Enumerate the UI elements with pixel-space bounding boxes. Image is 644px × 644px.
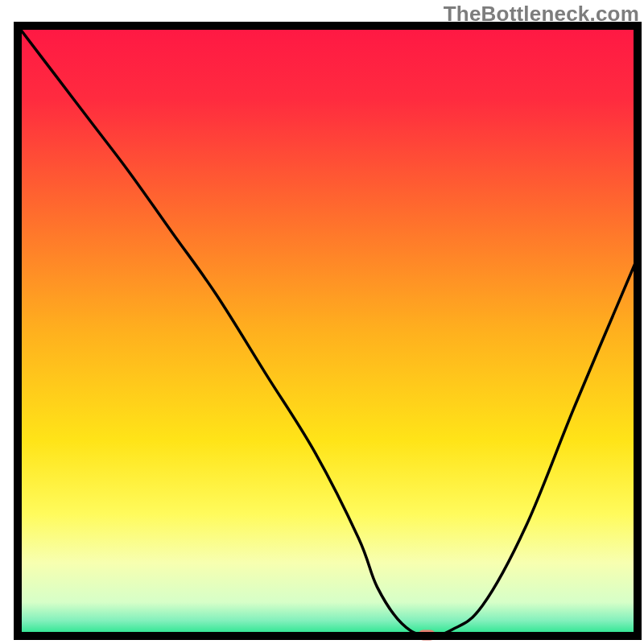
chart-svg <box>0 0 644 644</box>
bottleneck-chart: TheBottleneck.com <box>0 0 644 644</box>
chart-background <box>18 26 638 636</box>
watermark-text: TheBottleneck.com <box>444 2 639 27</box>
